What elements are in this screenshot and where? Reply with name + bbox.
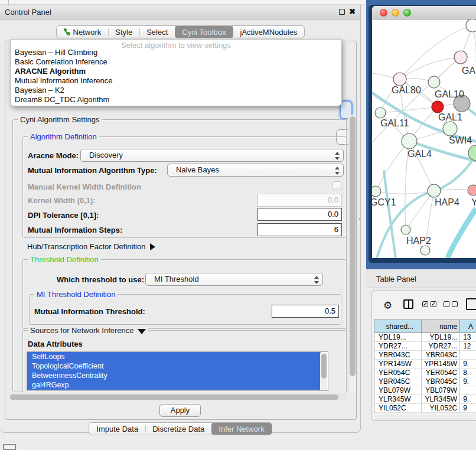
list-item[interactable]: BetweennessCentrality	[27, 371, 321, 380]
cell: YPR145W	[374, 360, 422, 369]
which-threshold-value: MI Threshold	[154, 275, 199, 283]
tab-cyni-toolbox[interactable]: Cyni Toolbox	[175, 26, 233, 38]
checkbox-checked-icon[interactable]: ✓	[431, 301, 436, 307]
network-canvas[interactable]: GAL GAL80 GAL10 GAL11 GAL1 SWI4 GAL4 GCY…	[372, 19, 476, 258]
mi-threshold-field[interactable]: 0.5	[272, 305, 339, 318]
tab-label: jActiveMNodules	[240, 28, 298, 37]
algorithm-option-selected[interactable]: ARACNE Algorithm	[12, 67, 341, 76]
tab-infer-network[interactable]: Infer Network	[211, 423, 271, 435]
table-row[interactable]: YER054CYER054C8.	[374, 369, 476, 377]
table-row[interactable]: YLR345WYLR345W9.	[374, 395, 476, 404]
node-label: HAP2	[406, 236, 431, 246]
cyni-group-title: Cyni Algorithm Settings	[18, 115, 102, 124]
table-row[interactable]: YPR145WYPR145W9.	[374, 360, 476, 369]
column-header-shared-name[interactable]: shared...	[374, 320, 422, 333]
scrollbar-thumb[interactable]	[321, 354, 327, 379]
table-row[interactable]: YDL19...YDL19...13	[374, 333, 476, 342]
scrollbar-thumb[interactable]	[10, 394, 338, 400]
which-threshold-label: Which threshold to use:	[57, 275, 144, 284]
control-panel-titlebar: Control Panel ✖	[0, 5, 360, 19]
table-row[interactable]: YDR27...YDR27...12	[374, 342, 476, 351]
tab-discretize-data[interactable]: Discretize Data	[145, 423, 211, 435]
column-header-partial[interactable]: A	[460, 320, 476, 333]
settings-vertical-scrollbar[interactable]	[348, 115, 356, 392]
tab-jactivemnodules[interactable]: jActiveMNodules	[233, 26, 305, 38]
tab-style[interactable]: Style	[108, 26, 139, 38]
checkbox-unchecked-icon[interactable]	[452, 301, 458, 307]
dpi-tolerance-label: DPI Tolerance [0,1]:	[28, 211, 99, 220]
mi-steps-field[interactable]: 6	[257, 223, 342, 236]
cell: YDR27...	[422, 342, 461, 351]
minimized-window-fragment[interactable]	[3, 444, 16, 450]
tab-select[interactable]: Select	[139, 26, 175, 38]
manual-kernel-checkbox[interactable]	[332, 181, 341, 190]
threshold-definition-group: Threshold Definition Which threshold to …	[22, 259, 347, 329]
list-item[interactable]: SelfLoops	[27, 352, 321, 361]
algorithm-option[interactable]: Basic Correlation Inference	[12, 57, 341, 67]
stepper-icon	[314, 275, 319, 285]
bottom-tabbar: Impute Data Discretize Data Infer Networ…	[0, 422, 361, 435]
mi-steps-label: Mutual Information Steps:	[28, 226, 122, 234]
list-item[interactable]: gal4RGexp	[27, 380, 321, 390]
list-item[interactable]: TopologicalCoefficient	[27, 361, 321, 371]
aracne-mode-combo[interactable]: Discovery	[80, 149, 344, 162]
collapse-down-icon	[138, 329, 146, 334]
top-strip	[0, 0, 367, 5]
expand-right-icon	[150, 243, 155, 250]
algorithm-option[interactable]: Dream8 DC_TDC Algorithm	[12, 95, 341, 105]
hub-definition-label: Hub/Transcription Factor Definition	[27, 242, 145, 251]
data-attributes-label: Data Attributes	[28, 340, 83, 348]
sources-title: Sources for Network Inference	[30, 326, 134, 335]
float-icon[interactable]	[339, 9, 345, 15]
cell: 9	[460, 404, 476, 413]
pane-divider-handle[interactable]: ›	[358, 216, 360, 222]
node-label: GAL11	[380, 118, 409, 129]
cell: YIL052C	[374, 404, 422, 413]
close-traffic-light-icon[interactable]	[380, 9, 387, 17]
cell: YIL052C	[422, 404, 461, 413]
zoom-traffic-light-icon[interactable]	[403, 9, 411, 17]
algorithm-option[interactable]: Mutual Information Inference	[12, 76, 341, 86]
cell: 12	[460, 342, 476, 351]
table-row[interactable]: YBL079WYBL079W	[374, 386, 476, 395]
apply-button[interactable]: Apply	[159, 404, 201, 417]
mi-threshold-label: Mutual Information Threshold:	[34, 307, 145, 316]
dpi-tolerance-field[interactable]: 0.0	[257, 208, 342, 221]
close-icon[interactable]: ✖	[349, 7, 356, 16]
tab-impute-data[interactable]: Impute Data	[89, 423, 145, 435]
column-header-name[interactable]: name	[422, 320, 461, 333]
node-label: GCY1	[372, 197, 396, 208]
list-vertical-scrollbar[interactable]	[320, 353, 327, 390]
gear-icon[interactable]: ⚙	[383, 299, 392, 312]
algorithm-option[interactable]: Bayesian – Hill Climbing	[12, 48, 341, 57]
columns-icon[interactable]	[403, 299, 413, 309]
checkbox-checked-icon[interactable]: ✓	[422, 301, 428, 307]
table-horizontal-scrollbar[interactable]	[374, 415, 476, 420]
algorithm-dropdown-popup: Select algorithm to view settings Bayesi…	[10, 39, 342, 106]
hub-definition-expander[interactable]: Hub/Transcription Factor Definition	[27, 242, 155, 251]
algorithm-option[interactable]: Bayesian – K2	[12, 86, 341, 95]
network-window-titlebar[interactable]	[372, 6, 476, 19]
minimize-traffic-light-icon[interactable]	[392, 9, 399, 17]
cell: YBR043C	[422, 351, 461, 360]
scrollbar-thumb[interactable]	[350, 116, 356, 376]
table-row[interactable]: YIL052CYIL052C9	[374, 404, 476, 413]
mi-algorithm-type-combo[interactable]: Naive Bayes	[167, 164, 344, 177]
which-threshold-combo[interactable]: MI Threshold	[145, 273, 323, 286]
kernel-width-field[interactable]: 0.0	[257, 194, 342, 207]
stepper-icon	[334, 166, 340, 175]
mi-type-label: Mutual Information Algorithm Type:	[28, 166, 157, 175]
node-attribute-table[interactable]: shared... name A YDL19...YDL19...13 YDR2…	[374, 319, 476, 413]
tab-network[interactable]: Network	[57, 26, 109, 38]
tab-label: Infer Network	[219, 425, 264, 433]
sources-collapser[interactable]: Sources for Network Inference	[28, 326, 148, 335]
settings-horizontal-scrollbar[interactable]	[9, 393, 347, 400]
mi-threshold-definition-group: MI Threshold Definition Mutual Informati…	[29, 294, 341, 325]
table-row[interactable]: YBR045CYBR045C9.	[374, 377, 476, 386]
checkbox-unchecked-icon[interactable]	[444, 301, 449, 307]
data-attributes-list[interactable]: SelfLoops TopologicalCoefficient Between…	[27, 351, 328, 391]
tab-label: Select	[146, 28, 168, 37]
document-icon[interactable]	[466, 298, 476, 310]
cell: YBR043C	[374, 351, 422, 360]
table-row[interactable]: YBR043CYBR043C	[374, 351, 476, 360]
